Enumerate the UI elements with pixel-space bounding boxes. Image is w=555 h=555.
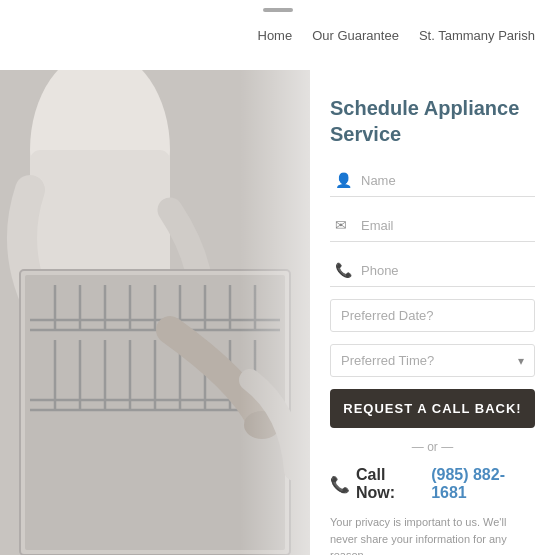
phone-field-wrapper: 📞 <box>330 254 535 287</box>
phone-icon: 📞 <box>335 262 353 278</box>
phone-input[interactable] <box>361 263 530 278</box>
call-number[interactable]: (985) 882-1681 <box>431 466 535 502</box>
time-select-wrapper[interactable]: Preferred Time? ▾ <box>330 344 535 377</box>
call-now-section: 📞 Call Now: (985) 882-1681 <box>330 466 535 502</box>
or-divider: — or — <box>330 440 535 454</box>
chevron-down-icon: ▾ <box>518 354 524 368</box>
scroll-indicator <box>263 8 293 12</box>
person-icon: 👤 <box>335 172 353 188</box>
date-input[interactable] <box>341 308 524 323</box>
time-select-label: Preferred Time? <box>341 353 434 368</box>
email-icon: ✉ <box>335 217 353 233</box>
call-label: Call Now: <box>356 466 425 502</box>
svg-rect-28 <box>240 70 310 555</box>
cta-button[interactable]: REQUEST A CALL BACK! <box>330 389 535 428</box>
nav-parish[interactable]: St. Tammany Parish <box>419 28 535 43</box>
form-panel: Schedule Appliance Service 👤 ✉ 📞 Preferr… <box>310 70 555 555</box>
hero-svg <box>0 70 310 555</box>
privacy-text: Your privacy is important to us. We'll n… <box>330 514 535 555</box>
nav: Home Our Guarantee St. Tammany Parish <box>258 28 536 43</box>
name-input[interactable] <box>361 173 530 188</box>
form-title: Schedule Appliance Service <box>330 95 535 147</box>
name-field-wrapper: 👤 <box>330 164 535 197</box>
hero-image <box>0 70 310 555</box>
email-field-wrapper: ✉ <box>330 209 535 242</box>
call-icon: 📞 <box>330 475 350 494</box>
email-input[interactable] <box>361 218 530 233</box>
main-content: Schedule Appliance Service 👤 ✉ 📞 Preferr… <box>0 70 555 555</box>
hero-scene <box>0 70 310 555</box>
header: Home Our Guarantee St. Tammany Parish <box>0 0 555 70</box>
nav-home[interactable]: Home <box>258 28 293 43</box>
date-field-wrapper <box>330 299 535 332</box>
nav-guarantee[interactable]: Our Guarantee <box>312 28 399 43</box>
